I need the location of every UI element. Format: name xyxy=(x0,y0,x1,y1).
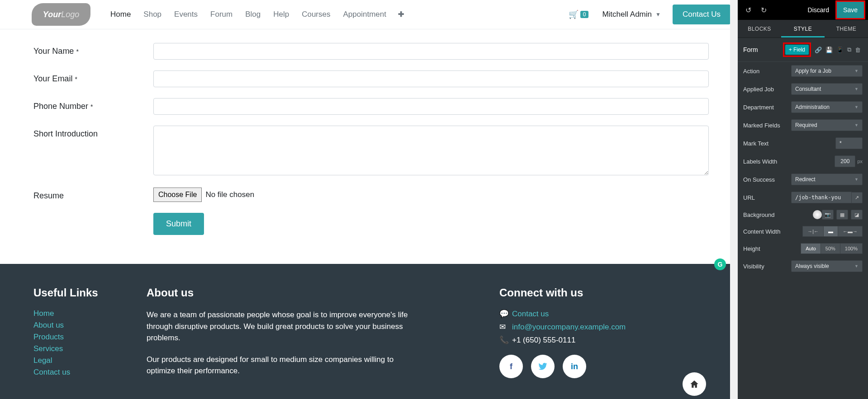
social-links: f in xyxy=(499,355,626,378)
twitter-icon[interactable] xyxy=(531,355,555,378)
row-action: Action Apply for a Job▼ xyxy=(738,62,868,80)
input-name[interactable] xyxy=(153,43,709,60)
footer-useful-links: Useful Links Home About us Products Serv… xyxy=(33,286,147,387)
select-marked-fields[interactable]: Required▼ xyxy=(791,119,863,131)
input-labels-width[interactable] xyxy=(835,155,855,167)
chat-icon: 💬 xyxy=(499,309,512,319)
about-title: About us xyxy=(147,286,409,299)
cw-narrow[interactable]: →|← xyxy=(802,226,824,237)
select-applied-job[interactable]: Consultant▼ xyxy=(791,83,863,95)
mobile-icon[interactable]: 📱 xyxy=(836,47,844,53)
tab-blocks[interactable]: BLOCKS xyxy=(738,20,781,38)
cw-normal[interactable]: ▬ xyxy=(824,226,838,237)
label-phone: Phone Number * xyxy=(33,98,153,111)
nav-blog[interactable]: Blog xyxy=(239,10,267,19)
height-50[interactable]: 50% xyxy=(821,243,840,254)
scroll-top-button[interactable] xyxy=(683,372,706,396)
footer-link-home[interactable]: Home xyxy=(33,309,147,318)
input-email[interactable] xyxy=(153,70,709,87)
linkedin-icon[interactable]: in xyxy=(563,355,586,378)
footer-link-products[interactable]: Products xyxy=(33,333,147,342)
input-url[interactable] xyxy=(791,192,852,203)
user-menu[interactable]: Mitchell Admin ▼ xyxy=(602,10,661,19)
nav-events[interactable]: Events xyxy=(168,10,204,19)
select-department[interactable]: Administration▼ xyxy=(791,101,863,113)
scrollbar[interactable] xyxy=(730,0,738,399)
file-status-text: No file chosen xyxy=(205,190,254,199)
add-field-highlight: + Field xyxy=(783,42,811,57)
tab-style[interactable]: STYLE xyxy=(781,20,825,38)
editor-panel: ↺ ↻ Discard Save BLOCKS STYLE THEME Form… xyxy=(738,0,868,399)
logo-text-1: Your xyxy=(43,10,61,19)
nav-shop[interactable]: Shop xyxy=(137,10,168,19)
select-visibility[interactable]: Always visible▼ xyxy=(791,260,863,272)
height-auto[interactable]: Auto xyxy=(801,243,821,254)
add-field-button[interactable]: + Field xyxy=(785,45,809,55)
label-intro: Short Introduction xyxy=(33,126,153,139)
select-action[interactable]: Apply for a Job▼ xyxy=(791,65,863,77)
unit-px: px xyxy=(857,159,863,164)
label-email: Your Email * xyxy=(33,70,153,84)
discard-button[interactable]: Discard xyxy=(802,6,835,14)
envelope-icon: ✉ xyxy=(499,322,512,332)
nav-home[interactable]: Home xyxy=(104,10,137,19)
footer: Useful Links Home About us Products Serv… xyxy=(0,264,738,399)
bg-image-icon[interactable]: 📷 xyxy=(822,210,834,220)
nav-appointment[interactable]: Appointment xyxy=(337,10,392,19)
footer-link-about[interactable]: About us xyxy=(33,321,147,330)
editor-toolbar: ↺ ↻ Discard Save xyxy=(738,0,868,20)
row-content-width: Content Width →|← ▬ ←▬→ xyxy=(738,223,868,240)
nav-menu: Home Shop Events Forum Blog Help Courses… xyxy=(104,10,409,19)
bg-shape-icon[interactable]: ◪ xyxy=(851,210,863,220)
duplicate-icon[interactable]: ⧉ xyxy=(847,46,851,53)
row-visibility: Visibility Always visible▼ xyxy=(738,257,868,275)
caret-down-icon: ▼ xyxy=(655,11,661,18)
submit-button[interactable]: Submit xyxy=(153,213,204,235)
footer-link-contact[interactable]: Contact us xyxy=(33,368,147,377)
footer-connect: Connect with us 💬 Contact us ✉ info@your… xyxy=(499,286,626,387)
input-mark-text[interactable] xyxy=(835,137,863,149)
connect-contact-link[interactable]: Contact us xyxy=(512,310,549,319)
bg-color-swatch[interactable] xyxy=(813,210,822,219)
form-section-header: Form + Field 🔗 💾 📱 ⧉ 🗑 xyxy=(738,38,868,62)
nav-courses[interactable]: Courses xyxy=(295,10,337,19)
row-marked-fields: Marked Fields Required▼ xyxy=(738,116,868,134)
choose-file-button[interactable]: Choose File xyxy=(153,188,202,202)
save-block-icon[interactable]: 💾 xyxy=(825,47,833,53)
cw-full[interactable]: ←▬→ xyxy=(838,226,863,237)
website-preview: YourLogo Home Shop Events Forum Blog Hel… xyxy=(0,0,738,399)
logo-text-2: Logo xyxy=(61,10,79,19)
row-department: Department Administration▼ xyxy=(738,98,868,116)
label-name: Your Name * xyxy=(33,43,153,56)
useful-links-title: Useful Links xyxy=(33,286,147,299)
connect-email-link[interactable]: info@yourcompany.example.com xyxy=(512,323,626,332)
footer-link-services[interactable]: Services xyxy=(33,344,147,353)
contact-us-button[interactable]: Contact Us xyxy=(673,5,730,24)
nav-help[interactable]: Help xyxy=(267,10,295,19)
input-intro[interactable] xyxy=(153,126,709,175)
cart-count-badge: 0 xyxy=(580,11,589,18)
redo-icon[interactable]: ↻ xyxy=(756,6,771,14)
logo[interactable]: YourLogo xyxy=(32,3,90,26)
link-icon[interactable]: 🔗 xyxy=(815,47,822,53)
cart-button[interactable]: 🛒 0 xyxy=(569,9,589,19)
nav-add-icon[interactable]: ✚ xyxy=(393,10,409,19)
editor-tabs: BLOCKS STYLE THEME xyxy=(738,20,868,38)
tab-theme[interactable]: THEME xyxy=(825,20,868,38)
footer-link-legal[interactable]: Legal xyxy=(33,356,147,365)
undo-icon[interactable]: ↺ xyxy=(740,6,756,14)
job-application-form: Your Name * Your Email * Phone Number * … xyxy=(0,29,738,264)
form-title: Form xyxy=(743,46,783,53)
save-button[interactable]: Save xyxy=(837,2,864,18)
row-labels-width: Labels Width px xyxy=(738,152,868,170)
row-background: Background 📷 ▦ ◪ xyxy=(738,207,868,223)
facebook-icon[interactable]: f xyxy=(499,355,523,378)
input-phone[interactable] xyxy=(153,98,709,115)
open-url-icon[interactable]: ↗ xyxy=(852,192,863,203)
nav-forum[interactable]: Forum xyxy=(204,10,239,19)
grammarly-icon[interactable]: G xyxy=(714,258,726,270)
height-100[interactable]: 100% xyxy=(840,243,863,254)
delete-icon[interactable]: 🗑 xyxy=(855,47,861,53)
select-on-success[interactable]: Redirect▼ xyxy=(791,174,863,185)
bg-video-icon[interactable]: ▦ xyxy=(836,210,848,220)
